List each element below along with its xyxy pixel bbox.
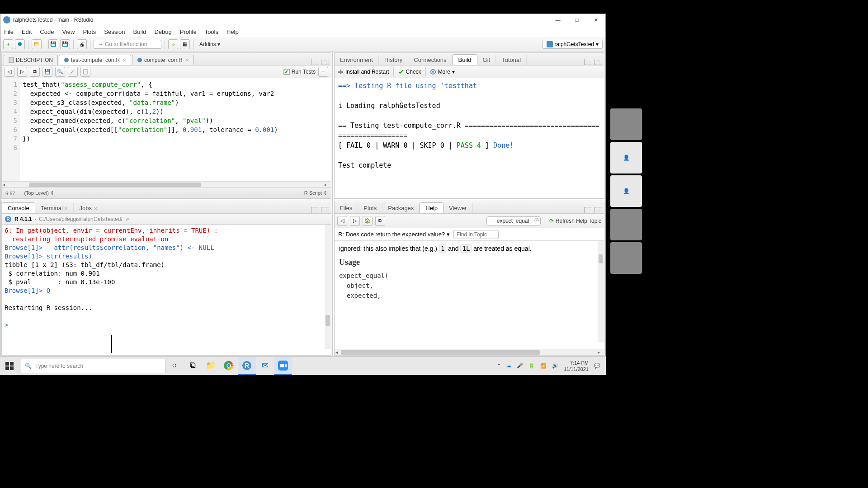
- tab-test-compute-corr[interactable]: test-compute_corr.R ✕: [59, 55, 131, 65]
- check-button[interactable]: Check: [398, 69, 421, 75]
- maximize-pane-icon[interactable]: □: [321, 59, 329, 65]
- webcam-participant-4[interactable]: [610, 209, 642, 240]
- tab-help[interactable]: Help: [420, 202, 443, 213]
- webcam-participant-5[interactable]: [610, 242, 642, 274]
- tab-plots[interactable]: Plots: [358, 203, 382, 213]
- tray-battery-icon[interactable]: 🔋: [528, 363, 535, 369]
- close-button[interactable]: ✕: [589, 15, 603, 24]
- minimize-pane-icon[interactable]: _: [311, 59, 319, 65]
- save-all-button[interactable]: 💾: [60, 39, 70, 49]
- code-tools-button[interactable]: 🪄: [68, 67, 78, 77]
- open-file-button[interactable]: 📂: [32, 39, 42, 49]
- addins-menu[interactable]: Addins ▾: [197, 40, 223, 48]
- menu-plots[interactable]: Plots: [83, 28, 96, 35]
- project-selector[interactable]: ralphGetsTested ▾: [542, 40, 603, 49]
- maximize-pane-icon[interactable]: □: [594, 207, 602, 213]
- taskbar-outlook[interactable]: ✉: [256, 357, 274, 375]
- taskbar-taskview[interactable]: ⧉: [184, 357, 202, 375]
- scope-selector[interactable]: (Top Level) ⇕: [24, 190, 54, 196]
- tray-wifi-icon[interactable]: 📶: [540, 363, 547, 369]
- code-editor[interactable]: 12345678 test_that("assess_compute_corr"…: [2, 78, 331, 181]
- console-output[interactable]: 6: In get(object, envir = currentEnv, in…: [2, 225, 331, 355]
- show-in-new-window-button[interactable]: ⧉: [30, 67, 40, 77]
- save-button[interactable]: 💾: [48, 39, 58, 49]
- forward-button[interactable]: ▷: [17, 67, 27, 77]
- tab-history[interactable]: History: [379, 55, 408, 65]
- panes-button[interactable]: ▦: [180, 39, 190, 49]
- print-button[interactable]: 🖨: [77, 39, 87, 49]
- webcam-participant-3[interactable]: 👤: [610, 175, 642, 207]
- tools-button[interactable]: ⎆: [168, 39, 178, 49]
- help-search-input[interactable]: [486, 216, 541, 225]
- minimize-button[interactable]: ―: [551, 15, 565, 24]
- taskbar-clock[interactable]: 7:14 PM 11/11/2021: [564, 360, 589, 372]
- clear-search-icon[interactable]: ⓧ: [534, 217, 539, 224]
- tab-tutorial[interactable]: Tutorial: [496, 55, 527, 65]
- install-restart-button[interactable]: Install and Restart: [337, 69, 389, 75]
- menu-debug[interactable]: Debug: [154, 28, 171, 35]
- taskbar-explorer[interactable]: 📁: [202, 357, 220, 375]
- taskbar-rstudio[interactable]: R: [238, 357, 256, 375]
- help-topic-title[interactable]: R: Does code return the expected value? …: [338, 231, 450, 238]
- editor-hscroll[interactable]: ◂ ▸: [2, 181, 331, 188]
- taskbar-search[interactable]: 🔍 Type here to search: [21, 359, 165, 373]
- popout-icon[interactable]: ⇗: [125, 216, 130, 222]
- maximize-button[interactable]: □: [570, 15, 584, 24]
- menu-tools[interactable]: Tools: [205, 28, 218, 35]
- new-project-button[interactable]: ⬣: [15, 39, 25, 49]
- help-content[interactable]: ignored; this also implies that (e.g.) 1…: [335, 241, 604, 349]
- more-menu[interactable]: More ▾: [430, 69, 455, 75]
- tab-jobs[interactable]: Jobs ✕: [74, 203, 103, 213]
- new-file-button[interactable]: ＋: [3, 39, 13, 49]
- tab-connections[interactable]: Connections: [408, 55, 452, 65]
- help-home-button[interactable]: 🏠: [363, 216, 373, 226]
- help-back-button[interactable]: ◁: [337, 216, 347, 226]
- tab-environment[interactable]: Environment: [335, 55, 379, 65]
- help-vscroll[interactable]: [598, 241, 604, 343]
- taskbar-zoom[interactable]: [274, 357, 292, 375]
- working-dir[interactable]: C:/Users/pileggis/ralphGetsTested/: [39, 216, 123, 222]
- maximize-pane-icon[interactable]: □: [594, 59, 602, 65]
- maximize-pane-icon[interactable]: □: [321, 207, 329, 213]
- tab-description[interactable]: DESCRIPTION: [4, 55, 58, 65]
- console-vscroll[interactable]: [325, 225, 331, 349]
- tray-notifications-icon[interactable]: 💬: [594, 363, 600, 369]
- tab-build[interactable]: Build: [453, 54, 477, 65]
- tab-packages[interactable]: Packages: [382, 203, 420, 213]
- webcam-participant-1[interactable]: [610, 108, 642, 140]
- help-hscroll[interactable]: ◂ ▸: [335, 349, 604, 355]
- tab-viewer[interactable]: Viewer: [443, 203, 473, 213]
- menu-file[interactable]: File: [4, 28, 14, 35]
- tab-terminal[interactable]: Terminal ✕: [35, 203, 74, 213]
- help-popout-button[interactable]: ⧉: [375, 216, 385, 226]
- language-mode[interactable]: R Script ⇕: [304, 190, 327, 196]
- find-button[interactable]: 🔍: [55, 67, 65, 77]
- help-forward-button[interactable]: ▷: [350, 216, 360, 226]
- minimize-pane-icon[interactable]: _: [584, 59, 592, 65]
- taskbar-chrome[interactable]: [220, 357, 238, 375]
- menu-help[interactable]: Help: [226, 28, 239, 35]
- minimize-pane-icon[interactable]: _: [584, 207, 592, 213]
- refresh-help-button[interactable]: ⟳ Refresh Help Topic: [549, 218, 601, 224]
- menu-profile[interactable]: Profile: [180, 28, 197, 35]
- outline-button[interactable]: ≡: [318, 67, 328, 77]
- webcam-participant-2[interactable]: 👤: [610, 142, 642, 174]
- tray-onedrive-icon[interactable]: ☁: [506, 363, 511, 369]
- tab-console[interactable]: Console: [2, 202, 35, 213]
- goto-file-input[interactable]: →Go to file/function: [94, 40, 161, 49]
- save-source-button[interactable]: 💾: [42, 67, 52, 77]
- menu-build[interactable]: Build: [133, 28, 146, 35]
- tray-volume-icon[interactable]: 🔊: [552, 363, 558, 369]
- tray-chevron-icon[interactable]: ⌃: [497, 363, 501, 369]
- tab-compute-corr[interactable]: compute_corr.R ✕: [132, 55, 194, 65]
- back-button[interactable]: ◁: [5, 67, 14, 77]
- start-button[interactable]: [0, 357, 19, 375]
- tray-mic-icon[interactable]: 🎤: [517, 363, 523, 369]
- find-in-topic-input[interactable]: [453, 230, 499, 239]
- taskbar-cortana[interactable]: ○: [165, 357, 184, 375]
- tab-files[interactable]: Files: [335, 203, 358, 213]
- code-content[interactable]: test_that("assess_compute_corr", { expec…: [20, 78, 331, 181]
- tab-git[interactable]: Git: [477, 55, 496, 65]
- minimize-pane-icon[interactable]: _: [311, 207, 319, 213]
- menu-code[interactable]: Code: [40, 28, 54, 35]
